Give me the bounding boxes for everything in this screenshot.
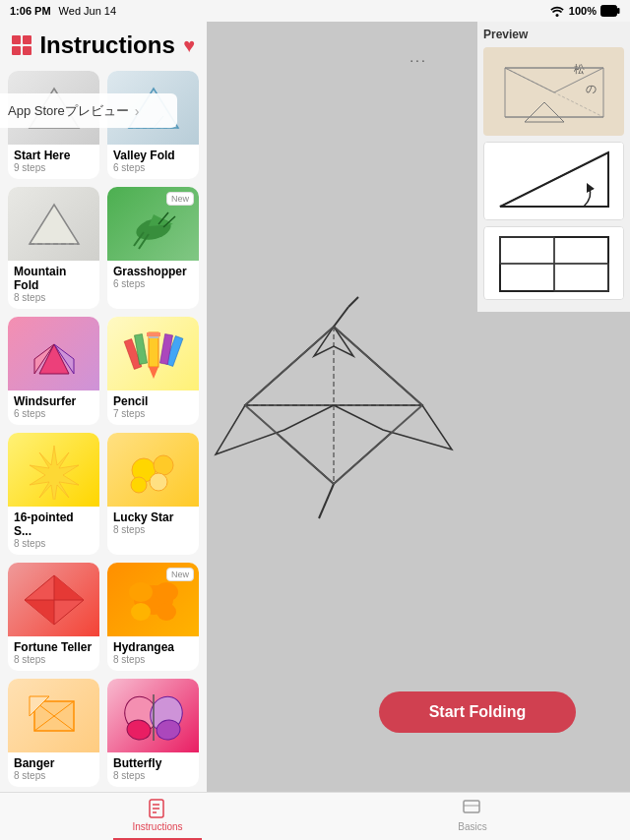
- item-steps: 6 steps: [14, 408, 94, 419]
- grid-dot: [23, 46, 32, 55]
- status-right: 100%: [549, 5, 620, 17]
- svg-marker-8: [30, 205, 79, 244]
- item-steps: 8 steps: [14, 770, 94, 781]
- item-info: Banger 8 steps: [8, 752, 99, 787]
- 16star-thumbnail: [20, 441, 89, 500]
- svg-point-31: [131, 477, 147, 493]
- tab-instructions[interactable]: Instructions: [0, 798, 315, 836]
- item-steps: 7 steps: [113, 408, 193, 419]
- item-thumbnail: [107, 679, 199, 752]
- item-thumbnail: [8, 317, 99, 390]
- status-time: 1:06 PM: [10, 5, 51, 17]
- item-thumbnail: [8, 433, 99, 507]
- appstore-text: App Storeプレビュー: [8, 102, 129, 120]
- item-info: Pencil 7 steps: [107, 390, 199, 425]
- list-item[interactable]: 16-pointed S... 8 steps: [8, 433, 99, 555]
- item-steps: 8 steps: [14, 538, 94, 549]
- tab-bar: Instructions Basics: [0, 792, 630, 840]
- preview-title: Preview: [483, 28, 624, 41]
- item-steps: 8 steps: [113, 770, 193, 781]
- grid-dot: [23, 35, 32, 44]
- new-badge: New: [166, 192, 194, 206]
- butterfly-thumbnail: [119, 687, 188, 746]
- svg-point-0: [555, 14, 558, 17]
- item-steps: 8 steps: [113, 654, 193, 665]
- item-thumbnail: [107, 317, 199, 390]
- list-item[interactable]: Mountain Fold 8 steps: [8, 187, 99, 309]
- basics-tab-icon: [462, 798, 483, 819]
- svg-line-56: [334, 307, 348, 327]
- start-folding-button[interactable]: Start Folding: [379, 691, 576, 733]
- item-steps: 6 steps: [113, 278, 193, 289]
- svg-point-41: [157, 603, 176, 621]
- item-info: Grasshopper 6 steps: [107, 261, 199, 295]
- item-name: Butterfly: [113, 756, 193, 770]
- preview-image-1: 松 の: [483, 47, 624, 136]
- dots-menu[interactable]: ...: [410, 49, 427, 65]
- preview-image-3: [483, 226, 624, 300]
- fortune-teller-thumbnail: [20, 570, 89, 630]
- windsurfer-thumbnail: [20, 325, 89, 384]
- luckystar-thumbnail: [119, 441, 188, 500]
- list-item[interactable]: New Hydrangea 8 steps: [107, 563, 199, 671]
- tab-basics[interactable]: Basics: [315, 798, 630, 836]
- item-steps: 6 steps: [113, 162, 193, 173]
- wifi-icon: [549, 6, 565, 17]
- svg-point-39: [155, 582, 178, 602]
- appstore-overlay: App Storeプレビュー ›: [0, 93, 177, 128]
- item-steps: 9 steps: [14, 162, 94, 173]
- svg-line-55: [319, 484, 334, 518]
- item-name: Hydrangea: [113, 640, 193, 654]
- svg-line-57: [348, 297, 358, 307]
- pencil-thumbnail: [119, 325, 188, 384]
- item-name: Lucky Star: [113, 510, 193, 524]
- instructions-tab-icon: [147, 798, 168, 819]
- list-item[interactable]: Fortune Teller 8 steps: [8, 563, 99, 671]
- item-info: Butterfly 8 steps: [107, 752, 199, 787]
- item-info: Lucky Star 8 steps: [107, 507, 199, 541]
- svg-marker-33: [54, 575, 84, 600]
- grid-dot: [12, 46, 21, 55]
- status-date: Wed Jun 14: [59, 5, 117, 17]
- item-name: Start Here: [14, 149, 94, 162]
- mountain-fold-thumbnail: [20, 195, 89, 254]
- list-item[interactable]: Banger 8 steps: [8, 679, 99, 787]
- item-name: Banger: [14, 756, 94, 770]
- tab-instructions-label: Instructions: [132, 821, 182, 832]
- crane-svg: [207, 287, 462, 523]
- item-name: Windsurfer: [14, 394, 94, 408]
- svg-point-29: [154, 455, 173, 475]
- sidebar: Instructions ♥ Start Here 9 steps: [0, 22, 207, 792]
- svg-rect-22: [147, 332, 160, 336]
- svg-marker-34: [25, 600, 54, 625]
- list-item[interactable]: Lucky Star 8 steps: [107, 433, 199, 555]
- item-info: Windsurfer 6 steps: [8, 390, 99, 425]
- status-bar: 1:06 PM Wed Jun 14 100%: [0, 0, 630, 22]
- heart-icon[interactable]: ♥: [183, 34, 195, 57]
- list-item[interactable]: Windsurfer 6 steps: [8, 317, 99, 425]
- svg-rect-2: [617, 8, 620, 14]
- item-thumbnail: [8, 187, 99, 261]
- grid-icon[interactable]: [12, 35, 32, 55]
- list-item[interactable]: Pencil 7 steps: [107, 317, 199, 425]
- grid-dot: [12, 35, 21, 44]
- item-info: Fortune Teller 8 steps: [8, 636, 99, 671]
- list-item[interactable]: Butterfly 8 steps: [107, 679, 199, 787]
- main-area: ... Preview: [207, 22, 630, 792]
- svg-rect-72: [485, 143, 623, 219]
- item-thumbnail: [107, 433, 199, 507]
- item-steps: 8 steps: [113, 524, 193, 535]
- svg-text:の: の: [586, 83, 597, 94]
- preview-rect-svg: [485, 227, 623, 299]
- battery-icon: [600, 5, 620, 17]
- list-item[interactable]: New Grasshopper 6 steps: [107, 187, 199, 309]
- item-info: 16-pointed S... 8 steps: [8, 507, 99, 555]
- item-info: Mountain Fold 8 steps: [8, 261, 99, 309]
- item-name: Grasshopper: [113, 265, 193, 278]
- items-grid: Start Here 9 steps Valley Fold 6 steps: [0, 67, 207, 792]
- preview-image-2: [483, 142, 624, 220]
- svg-point-40: [131, 603, 151, 621]
- item-info: Hydrangea 8 steps: [107, 636, 199, 671]
- svg-point-38: [129, 582, 153, 602]
- banger-thumbnail: [20, 687, 89, 746]
